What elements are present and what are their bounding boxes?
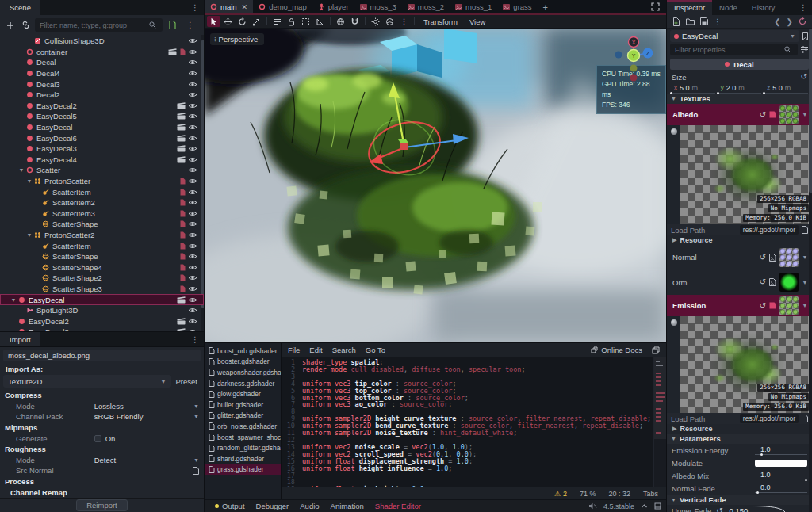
scene-tree-item[interactable]: ▼Scatter <box>0 165 204 176</box>
albedo-thumbnail[interactable] <box>779 105 799 124</box>
script-icon[interactable] <box>179 210 186 217</box>
inspector-dock-menu-icon[interactable]: ⋮ <box>795 0 812 15</box>
orm-thumbnail[interactable] <box>779 273 799 292</box>
eye-icon[interactable] <box>188 48 197 55</box>
scene-tree-item[interactable]: ScatterItem <box>0 240 204 251</box>
bottom-panel-output[interactable]: Output <box>209 502 251 510</box>
size-z-field[interactable]: z5.0m <box>764 82 808 94</box>
eye-icon[interactable] <box>188 307 197 314</box>
eye-icon[interactable] <box>188 296 197 304</box>
script-icon[interactable] <box>179 199 186 206</box>
eye-icon[interactable] <box>188 113 197 120</box>
file-menu[interactable]: File <box>288 346 300 354</box>
chevron-down-icon[interactable]: ▼ <box>802 254 808 260</box>
script-icon[interactable] <box>179 253 186 260</box>
import-prop-control[interactable]: On <box>94 434 199 443</box>
script-icon[interactable] <box>179 189 186 196</box>
eye-icon[interactable] <box>188 210 197 217</box>
eye-icon[interactable] <box>188 37 197 44</box>
axis-navigation-gizmo[interactable]: X Z Y <box>611 33 657 82</box>
script-icon[interactable] <box>179 231 186 239</box>
clapper-icon[interactable] <box>177 102 186 109</box>
import-row-channel-pack[interactable]: Channel PacksRGB Friendly▼ <box>0 411 204 422</box>
tab-history[interactable]: History <box>745 0 783 15</box>
move-tool-button[interactable] <box>221 16 235 27</box>
expand-chevron-icon[interactable]: ▼ <box>25 178 33 184</box>
tab-scene[interactable]: Scene <box>0 0 40 15</box>
import-as-select[interactable]: Texture2D ▼ <box>3 375 171 388</box>
selection-list-icon[interactable] <box>270 16 284 27</box>
scene-tree-item[interactable]: ScatterShape <box>0 251 204 262</box>
chevron-down-icon[interactable]: ▼ <box>802 112 808 117</box>
chevron-down-icon[interactable]: ▼ <box>802 303 808 308</box>
select-tool-button[interactable] <box>207 16 220 27</box>
eye-icon[interactable] <box>188 156 197 163</box>
scene-tree-item[interactable]: EasyDecal <box>0 122 204 133</box>
chevron-down-icon[interactable]: ▼ <box>802 280 808 285</box>
file-icon[interactable] <box>802 415 808 422</box>
scene-tree-item[interactable]: ScatterItem2 <box>0 197 204 208</box>
transform-menu[interactable]: Transform <box>418 17 463 26</box>
emission-thumbnail[interactable] <box>779 296 799 315</box>
rotate-tool-button[interactable] <box>236 16 249 27</box>
clapper-icon[interactable] <box>177 113 186 120</box>
eye-icon[interactable] <box>188 124 197 131</box>
scene-tree-item[interactable]: ScatterShape2 <box>0 273 204 284</box>
eye-icon[interactable] <box>188 178 197 185</box>
bottom-panel-audio[interactable]: Audio <box>294 502 324 510</box>
edited-object-selector[interactable]: EasyDecal ▼ <box>670 30 799 42</box>
scale-tool-button[interactable] <box>250 16 263 27</box>
pin-object-icon[interactable] <box>802 32 809 40</box>
section-textures[interactable]: ▼Textures <box>667 94 812 104</box>
revert-icon[interactable]: ↺ <box>760 254 766 262</box>
expand-chevron-icon[interactable]: ▼ <box>17 167 25 173</box>
preview-sphere-icon[interactable] <box>671 128 677 135</box>
viewport-3d[interactable]: ⁝ Perspective CPU Time: 0.39 ms GPU Time… <box>205 29 666 342</box>
new-resource-icon[interactable] <box>672 17 680 26</box>
script-icon[interactable] <box>179 48 186 55</box>
import-row-src-normal[interactable]: Src Normal <box>0 465 204 476</box>
indent-mode[interactable]: Tabs <box>643 490 658 498</box>
script-icon[interactable] <box>179 285 186 292</box>
shader-file-item[interactable]: weaponshader.gdshader <box>205 367 281 378</box>
scene-tree-item[interactable]: EasyDecal5 <box>0 111 204 122</box>
revert-icon[interactable]: ↺ <box>716 507 722 512</box>
clapper-icon[interactable] <box>177 145 186 152</box>
preview-sun-icon[interactable] <box>369 16 382 27</box>
emission-resource-section[interactable]: ▶Resource <box>667 424 812 434</box>
eye-icon[interactable] <box>188 59 197 66</box>
inspector-filter-input[interactable]: Filter Properties <box>670 44 798 55</box>
preset-button[interactable]: Preset <box>176 377 201 386</box>
bottom-panel-animation[interactable]: Animation <box>325 502 370 510</box>
eye-icon[interactable] <box>188 328 197 331</box>
scene-tree-item[interactable]: Decal4 <box>0 68 204 79</box>
eye-icon[interactable] <box>188 166 197 174</box>
goto-menu[interactable]: Go To <box>366 346 385 354</box>
distraction-free-icon[interactable] <box>645 0 666 13</box>
object-history-icon[interactable] <box>799 17 806 25</box>
shader-file-item[interactable]: grass.gdshader <box>205 464 281 476</box>
shader-file-item[interactable]: shard.gdshader <box>205 453 281 464</box>
search-menu[interactable]: Search <box>332 346 356 354</box>
revert-icon[interactable]: ↺ <box>801 73 807 81</box>
preview-sphere-icon[interactable] <box>671 319 677 326</box>
revert-icon[interactable]: ↺ <box>760 278 766 286</box>
orm-texture-row[interactable]: Orm ↺ ▼ <box>667 269 812 295</box>
scene-tree-item[interactable]: ScatterShape4 <box>0 262 204 273</box>
preview-environment-icon[interactable] <box>383 16 396 27</box>
history-forward-icon[interactable]: ❯ <box>787 17 793 26</box>
import-prop-control[interactable]: Lossless▼ <box>94 402 199 411</box>
bottom-panel-debugger[interactable]: Debugger <box>251 502 295 510</box>
albedo-mix-slider[interactable]: 1.0 <box>755 471 807 481</box>
expand-chevron-icon[interactable]: ▼ <box>10 297 17 303</box>
upper-fade-value[interactable]: 0.150 <box>730 506 749 512</box>
category-decal[interactable]: Decal <box>670 59 809 70</box>
scene-tree-item[interactable]: ▼ProtonScatter2 <box>0 230 204 241</box>
eye-icon[interactable] <box>188 102 197 109</box>
add-scene-tab-button[interactable]: + <box>538 0 553 13</box>
shader-file-item[interactable]: boost_spawner_shockw... <box>205 432 281 443</box>
scene-tree-item[interactable]: Decal2 <box>0 90 204 101</box>
scene-tab-grass[interactable]: grass <box>497 0 537 13</box>
script-icon[interactable] <box>179 243 186 250</box>
tab-node[interactable]: Node <box>712 0 745 15</box>
